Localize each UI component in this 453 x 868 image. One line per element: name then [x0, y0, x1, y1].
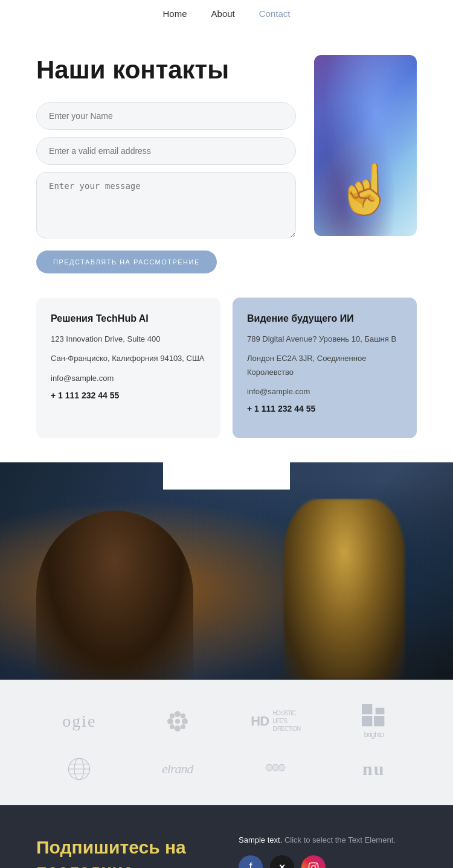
svg-point-0	[175, 719, 180, 724]
svg-point-1	[175, 711, 181, 717]
svg-point-6	[181, 713, 185, 718]
svg-point-4	[182, 718, 188, 724]
logo-ogie: ogie	[62, 712, 96, 731]
nav-home[interactable]: Home	[163, 8, 187, 19]
address-line1-1: 123 Innovation Drive, Suite 400	[51, 333, 206, 346]
email-1: info@sample.com	[51, 372, 206, 385]
footer-sample-text: Sample text. Click to select the Text El…	[239, 835, 417, 844]
address-card-2: Видение будущего ИИ 789 Digital Avenue? …	[233, 298, 417, 438]
address-section: Решения TechHub AI 123 Innovation Drive,…	[0, 298, 453, 462]
svg-point-8	[181, 724, 185, 729]
hero-image-container	[314, 55, 417, 273]
address-title-2: Видение будущего ИИ	[247, 313, 402, 324]
image-nav-home[interactable]: Home	[163, 471, 187, 481]
logo-elrand: elrand	[162, 761, 193, 777]
svg-point-2	[175, 726, 181, 732]
svg-point-25	[312, 866, 315, 868]
phone-1: + 1 111 232 44 55	[51, 389, 206, 403]
image-nav: Home About Contact	[163, 462, 291, 490]
image-nav-about[interactable]: About	[211, 471, 235, 481]
full-width-image: Home About Contact	[0, 462, 453, 680]
name-input[interactable]	[36, 102, 296, 130]
footer-title: Подпишитесь на последние обновления и ид…	[36, 835, 214, 868]
nav-about[interactable]: About	[211, 8, 235, 19]
footer-left: Подпишитесь на последние обновления и ид…	[36, 835, 214, 868]
svg-rect-10	[374, 716, 384, 726]
svg-point-5	[170, 713, 175, 718]
svg-point-7	[170, 724, 175, 729]
nav-contact[interactable]: Contact	[259, 8, 291, 19]
logo-hexagons	[263, 757, 288, 781]
logo-brighto: brighto	[362, 704, 386, 739]
message-input[interactable]	[36, 172, 296, 238]
email-input[interactable]	[36, 137, 296, 165]
svg-point-3	[167, 718, 173, 724]
logo-nu: nu	[362, 759, 385, 779]
hero-image	[314, 55, 417, 236]
svg-rect-12	[375, 707, 384, 714]
contact-section: Наши контакты ПРЕДСТАВЛЯТЬ НА РАССМОТРЕН…	[0, 25, 453, 298]
svg-rect-9	[362, 716, 372, 726]
address-line2-1: Сан-Франциско, Калифорния 94103, США	[51, 352, 206, 365]
logos-section: ogie HD HOLISTICLIFE'SDIRECTION brighto …	[0, 680, 453, 805]
footer-right: Sample text. Click to select the Text El…	[239, 835, 417, 868]
instagram-icon[interactable]	[301, 855, 326, 868]
footer-section: Подпишитесь на последние обновления и ид…	[0, 805, 453, 868]
address-card-1: Решения TechHub AI 123 Innovation Drive,…	[36, 298, 220, 438]
svg-rect-11	[362, 704, 372, 714]
phone-2: + 1 111 232 44 55	[247, 402, 402, 416]
contact-title: Наши контакты	[36, 55, 296, 85]
image-nav-contact[interactable]: Contact	[259, 471, 291, 481]
address-line2-2: Лондон EC2A 3JR, Соединенное Королевство	[247, 352, 402, 378]
logo-hd: HD HOLISTICLIFE'SDIRECTION	[251, 709, 300, 733]
contact-form: Наши контакты ПРЕДСТАВЛЯТЬ НА РАССМОТРЕН…	[36, 55, 296, 273]
main-nav: Home About Contact	[0, 0, 453, 25]
social-icons: f ✕	[239, 855, 417, 868]
twitter-icon[interactable]: ✕	[270, 855, 294, 868]
address-title-1: Решения TechHub AI	[51, 313, 206, 324]
email-2: info@sample.com	[247, 385, 402, 398]
submit-button[interactable]: ПРЕДСТАВЛЯТЬ НА РАССМОТРЕНИЕ	[36, 251, 217, 273]
logo-circle-lines	[67, 757, 91, 781]
address-line1-2: 789 Digital Avenue? Уровень 10, Башня B	[247, 333, 402, 346]
svg-point-26	[315, 864, 316, 866]
facebook-icon[interactable]: f	[239, 855, 263, 868]
logo-flower	[165, 709, 190, 733]
scene	[0, 499, 453, 680]
